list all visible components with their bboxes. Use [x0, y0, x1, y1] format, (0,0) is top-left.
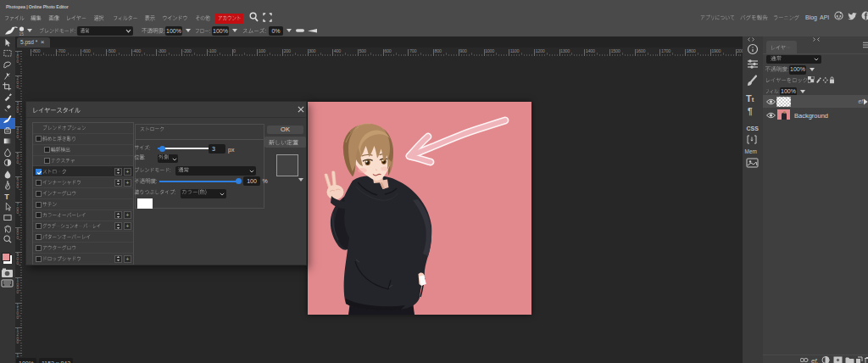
svg-text:15: 15 [19, 32, 25, 36]
svg-text:ef.: ef. [811, 357, 818, 363]
svg-text:Tt: Tt [746, 93, 754, 103]
svg-text:¶: ¶ [748, 107, 753, 116]
svg-text:T: T [4, 193, 9, 201]
svg-text:CSS: CSS [747, 126, 760, 131]
svg-text:Mem: Mem [745, 148, 757, 154]
